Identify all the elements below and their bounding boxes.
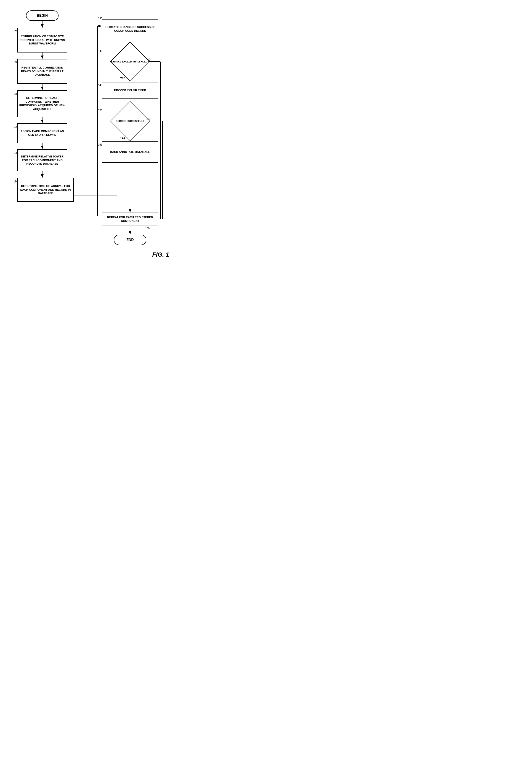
- box-135: ESTIMATE CHANCE OF SUCCESS OF COLOR CODE…: [102, 19, 158, 39]
- box-125: DETERMINE RELATIVE POWER FOR EACH COMPON…: [17, 149, 67, 172]
- end-terminal: END: [114, 235, 146, 245]
- yes-threshold-label: YES: [120, 77, 125, 80]
- begin-terminal: BEGIN: [26, 10, 58, 21]
- box-110: REGISTER ALL CORRELATION PEAKS FOUND IN …: [17, 59, 67, 84]
- diamond-140: CHANCE EXCEED THRESHOLD?: [102, 47, 158, 76]
- box-120: ASSIGN EACH COMPONENT AN OLD ID OR A NEW…: [17, 123, 67, 143]
- yes-decode-label: YES: [120, 136, 125, 139]
- box-160: REPEAT FOR EACH REGISTERED COMPONENT: [102, 212, 158, 226]
- diamond-150: DECODE SUCCESSFUL?: [102, 107, 158, 135]
- box-130: DETERMINE TIME-OF-ARRIVAL FOR EACH COMPO…: [17, 178, 74, 202]
- label-160: 160: [145, 227, 150, 230]
- box-155: BACK ANNOTATE DATABASE: [102, 141, 158, 163]
- box-105: CORRELATION OF COMPOSITE RECEIVED SIGNAL…: [17, 28, 67, 52]
- box-145: DECODE COLOR CODE: [102, 82, 158, 99]
- figure-label: FIG. 1: [152, 251, 169, 258]
- box-115: DETERMINE FOR EACH COMPONENT WHETHER PRE…: [17, 90, 67, 117]
